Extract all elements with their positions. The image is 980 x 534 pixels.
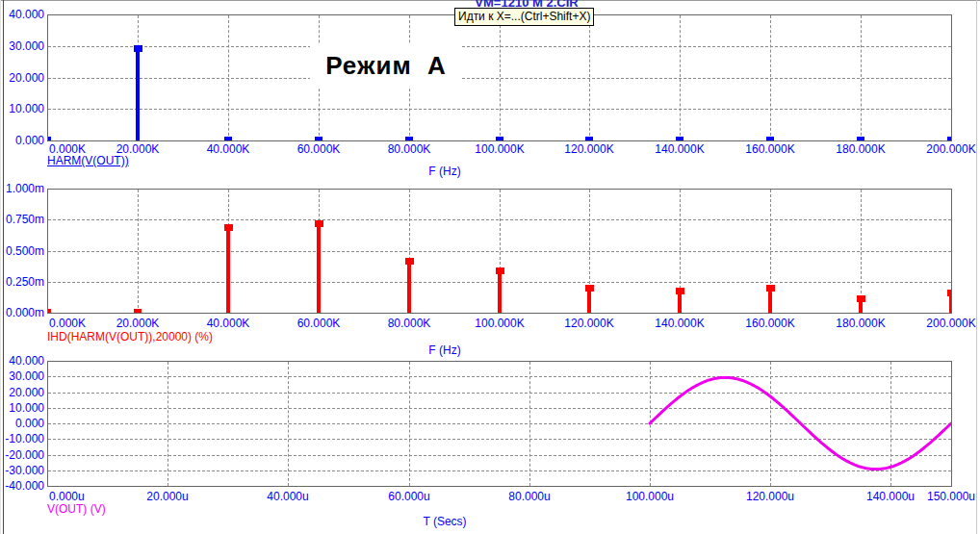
gridline-v xyxy=(861,15,862,140)
y-tick-label: 0.750m xyxy=(0,213,44,226)
x-tick-label: 60.000K xyxy=(280,142,357,156)
stem-marker xyxy=(496,267,504,274)
stem-marker xyxy=(134,45,142,52)
stem-marker xyxy=(585,137,593,140)
gridline-v xyxy=(861,190,862,313)
y-tick-label: 20.000 xyxy=(0,71,44,85)
stem-marker xyxy=(224,224,233,231)
y-tick-label: 10.000 xyxy=(0,102,44,115)
x-tick-label: 40.000u xyxy=(249,490,326,503)
gridline-v xyxy=(589,15,590,140)
y-tick-label: 30.000 xyxy=(0,369,44,383)
stem-marker xyxy=(315,137,322,140)
y-tick-label: 0.000 xyxy=(0,134,44,147)
waveform-svg xyxy=(48,362,951,486)
x-tick-label: 160.000K xyxy=(732,142,809,156)
y-tick-label: 0.000m xyxy=(0,306,44,319)
x-tick-label: 120.000K xyxy=(551,317,628,330)
window-frame-right xyxy=(976,0,977,534)
vout-waveform-plot-area[interactable] xyxy=(47,361,952,487)
x-axis-title-vout: T (Secs) xyxy=(368,515,522,528)
y-tick-label: 0.000 xyxy=(0,417,44,430)
stem-marker xyxy=(134,309,142,313)
x-tick-label: 80.000u xyxy=(491,490,568,503)
stem-marker xyxy=(224,137,232,140)
x-axis-title-harm: F (Hz) xyxy=(368,165,522,178)
stem xyxy=(136,48,140,140)
y-tick-label: 0.250m xyxy=(0,275,44,289)
x-tick-label: 180.000K xyxy=(822,317,899,330)
stem xyxy=(226,227,230,313)
goto-x-tooltip-text: Идти к X=...(Ctrl+Shift+X) xyxy=(458,10,590,23)
stem-marker xyxy=(947,137,952,140)
x-tick-label: 180.000K xyxy=(822,142,899,156)
y-tick-label: 30.000 xyxy=(0,39,44,53)
stem-marker xyxy=(47,137,51,140)
x-tick-label: 150.000u xyxy=(913,490,980,503)
y-tick-label: -40.000 xyxy=(0,479,44,493)
stem-marker xyxy=(585,285,594,292)
stem-marker xyxy=(405,258,414,265)
x-tick-label: 0.000u xyxy=(49,490,85,503)
stem-marker xyxy=(766,285,775,292)
x-tick-label: 200.000K xyxy=(913,142,980,156)
stem xyxy=(317,223,321,313)
stem xyxy=(498,270,502,313)
waveform-path xyxy=(650,377,951,469)
series-label-vout[interactable]: V(OUT) (V) xyxy=(47,502,106,516)
x-tick-label: 100.000K xyxy=(461,317,538,330)
x-tick-label: 120.000K xyxy=(551,142,628,156)
x-tick-label: 20.000K xyxy=(99,317,176,330)
x-tick-label: 140.000K xyxy=(641,317,718,330)
x-tick-label: 40.000K xyxy=(190,317,267,330)
series-label-harm[interactable]: HARM(V(OUT)) xyxy=(47,154,129,167)
x-axis-title-ihd: F (Hz) xyxy=(368,343,522,357)
x-tick-label: 140.000K xyxy=(641,142,718,156)
stem-marker xyxy=(676,288,684,294)
x-tick-label: 40.000K xyxy=(190,142,267,156)
x-tick-label: 60.000K xyxy=(280,317,357,330)
stem xyxy=(407,261,411,313)
stem-marker xyxy=(947,290,952,296)
gridline-v xyxy=(680,15,681,140)
window-title-text: VM=1210 M 2.CIR xyxy=(475,0,578,7)
window-title-clipped: VM=1210 M 2.CIR xyxy=(445,0,608,7)
stem-marker xyxy=(676,137,683,140)
goto-x-tooltip: Идти к X=...(Ctrl+Shift+X) xyxy=(454,8,594,26)
stem-marker xyxy=(47,309,51,313)
gridline-v xyxy=(228,15,229,140)
x-tick-label: 60.000u xyxy=(371,490,448,503)
y-tick-label: 0.500m xyxy=(0,244,44,258)
stem-marker xyxy=(496,137,503,140)
y-tick-label: 10.000 xyxy=(0,401,44,415)
x-tick-label: 100.000u xyxy=(611,490,688,503)
x-tick-label: 0.000K xyxy=(49,317,86,330)
stem-marker xyxy=(857,137,864,140)
x-tick-label: 80.000K xyxy=(371,142,448,156)
x-tick-label: 100.000K xyxy=(461,142,538,156)
stem-marker xyxy=(857,295,865,302)
ihd-plot-area[interactable] xyxy=(47,189,952,314)
plot-window: VM=1210 M 2.CIR Идти к X=...(Ctrl+Shift+… xyxy=(0,0,980,534)
stem-marker xyxy=(315,220,323,227)
gridline-v xyxy=(500,15,501,140)
x-tick-label: 200.000K xyxy=(913,317,980,330)
mode-annotation-label: Режим А xyxy=(310,44,462,87)
x-tick-label: 120.000u xyxy=(732,490,809,503)
stem-marker xyxy=(405,137,413,140)
x-tick-label: 80.000K xyxy=(371,317,448,330)
gridline-v xyxy=(770,15,771,140)
y-tick-label: -20.000 xyxy=(0,448,44,462)
y-tick-label: 1.000m xyxy=(0,182,44,195)
stem-marker xyxy=(766,137,774,140)
y-tick-label: 40.000 xyxy=(0,354,44,368)
x-tick-label: 160.000K xyxy=(732,317,809,330)
y-tick-label: -10.000 xyxy=(0,432,44,445)
y-tick-label: 20.000 xyxy=(0,386,44,399)
gridline-v xyxy=(138,190,139,313)
y-tick-label: -30.000 xyxy=(0,464,44,477)
y-tick-label: 40.000 xyxy=(0,8,44,21)
series-label-ihd[interactable]: IHD(HARM(V(OUT)),20000) (%) xyxy=(47,330,213,343)
harm-spectrum-plot-area[interactable] xyxy=(47,14,952,141)
x-tick-label: 20.000u xyxy=(129,490,206,503)
